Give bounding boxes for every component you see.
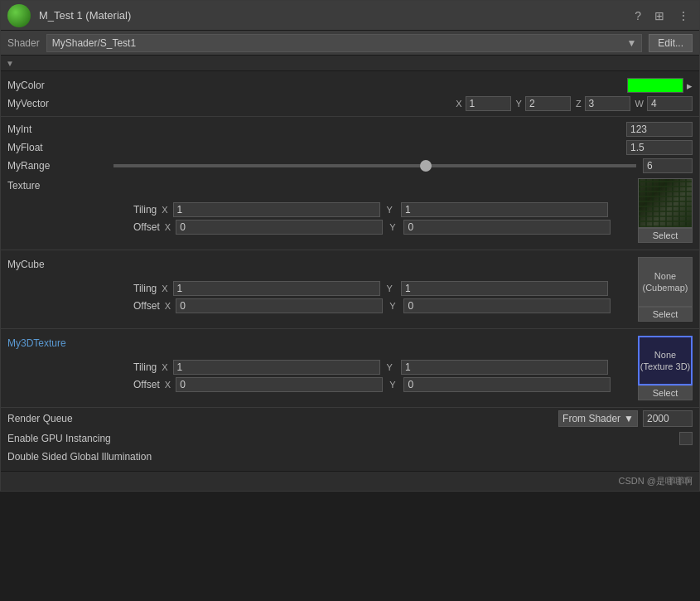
texture-thumbnail[interactable] bbox=[638, 178, 693, 228]
myint-row: MyInt bbox=[1, 120, 699, 138]
offset-x-axis: X bbox=[165, 222, 171, 232]
texture-tiling-x-input[interactable] bbox=[173, 202, 380, 217]
title-icons: ? ⊞ ⋮ bbox=[631, 7, 693, 24]
cube-tiling-y-axis: Y bbox=[387, 284, 393, 293]
myrange-slider[interactable] bbox=[113, 164, 636, 167]
window-title: M_Test 1 (Material) bbox=[39, 9, 631, 22]
myfloat-input[interactable] bbox=[626, 140, 693, 155]
texture-select-button[interactable]: Select bbox=[638, 228, 693, 243]
texture-thumb-col: Select bbox=[638, 178, 693, 243]
collapse-arrow-icon[interactable]: ▼ bbox=[6, 59, 14, 68]
shader-bar: Shader MyShader/S_Test1 ▼ Edit... bbox=[1, 31, 699, 56]
cube-tiling-x-input[interactable] bbox=[173, 281, 380, 296]
texture-image bbox=[639, 179, 692, 227]
texture-offset-y-input[interactable] bbox=[403, 220, 611, 235]
tex3d-offset-label: Offset bbox=[113, 379, 160, 390]
mycolor-row: MyColor ▸ bbox=[1, 76, 699, 95]
double-sided-label: Double Sided Global Illumination bbox=[7, 451, 693, 463]
myrange-row: MyRange bbox=[1, 157, 699, 175]
footer-text: CSDN @是哪哪啊 bbox=[619, 475, 693, 487]
tex3d-tiling-row: Tiling X Y bbox=[113, 359, 631, 376]
properties-panel: MyColor ▸ MyVector X Y Z W bbox=[1, 71, 699, 471]
render-queue-dropdown[interactable]: From Shader ▼ bbox=[558, 410, 638, 427]
tex3d-offset-y-input[interactable] bbox=[403, 377, 611, 392]
more-icon[interactable]: ⋮ bbox=[674, 7, 693, 24]
vec-x: X bbox=[456, 96, 510, 111]
tex3d-none-button[interactable]: None(Texture 3D) bbox=[638, 336, 693, 385]
tex3d-select-button[interactable]: Select bbox=[638, 385, 693, 400]
cube-none-button[interactable]: None(Cubemap) bbox=[638, 257, 693, 307]
texture-tiling-row: Tiling X Y bbox=[113, 201, 631, 218]
material-window: M_Test 1 (Material) ? ⊞ ⋮ Shader MyShade… bbox=[0, 0, 700, 492]
myrange-label: MyRange bbox=[7, 160, 107, 172]
tex3d-offset-y-axis: Y bbox=[389, 380, 395, 390]
collapse-row: ▼ bbox=[1, 56, 699, 71]
vec-w-input[interactable] bbox=[647, 96, 693, 111]
cube-offset-y-axis: Y bbox=[389, 301, 395, 311]
texture-offset-x-input[interactable] bbox=[176, 220, 383, 235]
vec-w: W bbox=[635, 96, 693, 111]
offset-label: Offset bbox=[113, 221, 160, 233]
gpu-instancing-row: Enable GPU Instancing bbox=[1, 429, 699, 448]
title-bar: M_Test 1 (Material) ? ⊞ ⋮ bbox=[1, 1, 699, 31]
range-slider-wrap bbox=[113, 164, 636, 167]
tex3d-offset-x-input[interactable] bbox=[176, 377, 383, 392]
vec-y-label: Y bbox=[516, 99, 522, 109]
texture-section: Texture Tiling X Y Offset X bbox=[1, 175, 699, 246]
vec-y-input[interactable] bbox=[525, 96, 571, 111]
cube-offset-y-input[interactable] bbox=[403, 298, 611, 313]
material-sphere-icon bbox=[7, 4, 31, 27]
mycolor-label: MyColor bbox=[7, 80, 107, 91]
cube-tiling-x-axis: X bbox=[162, 284, 167, 293]
tex3d-offset-x-axis: X bbox=[165, 380, 171, 390]
rq-dropdown-arrow-icon: ▼ bbox=[624, 413, 634, 424]
mycube-label: MyCube bbox=[7, 257, 107, 270]
shader-label: Shader bbox=[7, 37, 40, 49]
shader-dropdown[interactable]: MyShader/S_Test1 ▼ bbox=[46, 34, 643, 52]
tex3d-tiling-x-input[interactable] bbox=[173, 360, 380, 375]
cube-select-button[interactable]: Select bbox=[638, 307, 693, 322]
cube-thumb-col: None(Cubemap) Select bbox=[638, 257, 693, 322]
tex3d-tiling-x-axis: X bbox=[162, 362, 167, 372]
tex3d-header: My3DTexture Tiling X Y Offset X Y bbox=[7, 336, 693, 400]
cube-offset-x-axis: X bbox=[165, 301, 171, 311]
gpu-instancing-checkbox[interactable] bbox=[679, 432, 693, 445]
my3dtexture-section: My3DTexture Tiling X Y Offset X Y bbox=[1, 332, 699, 404]
cube-offset-x-input[interactable] bbox=[176, 298, 383, 313]
render-queue-label: Render Queue bbox=[7, 413, 558, 424]
texture-label: Texture bbox=[7, 178, 107, 191]
help-icon[interactable]: ? bbox=[631, 7, 644, 24]
myvector-row: MyVector X Y Z W bbox=[1, 95, 699, 113]
myfloat-row: MyFloat bbox=[1, 138, 699, 157]
myrange-input[interactable] bbox=[643, 158, 693, 173]
cube-offset-label: Offset bbox=[113, 300, 160, 312]
vec-z-input[interactable] bbox=[585, 96, 630, 111]
vec-z-label: Z bbox=[576, 99, 582, 109]
cube-tiling-offset: Tiling X Y Offset X Y bbox=[113, 257, 631, 315]
edit-button[interactable]: Edit... bbox=[649, 34, 693, 52]
tex3d-tiling-y-input[interactable] bbox=[401, 360, 608, 375]
color-swatch[interactable] bbox=[627, 78, 683, 93]
vec-x-input[interactable] bbox=[466, 96, 511, 111]
texture-tiling-y-input[interactable] bbox=[401, 202, 608, 217]
render-queue-input[interactable] bbox=[643, 410, 693, 427]
vec-w-label: W bbox=[635, 99, 644, 109]
myvector-label: MyVector bbox=[7, 98, 107, 109]
vec-x-label: X bbox=[456, 99, 461, 109]
cube-tiling-y-input[interactable] bbox=[401, 281, 608, 296]
tiling-y-axis: Y bbox=[387, 205, 393, 215]
tex3d-thumb-col: None(Texture 3D) Select bbox=[638, 336, 693, 400]
texture-offset-row: Offset X Y bbox=[113, 219, 631, 235]
settings-icon[interactable]: ⊞ bbox=[651, 7, 668, 24]
tiling-x-axis: X bbox=[162, 205, 167, 215]
mycube-section: MyCube Tiling X Y Offset X Y bbox=[1, 254, 699, 325]
tex3d-tiling-offset: Tiling X Y Offset X Y bbox=[113, 336, 631, 394]
cube-offset-row: Offset X Y bbox=[113, 298, 631, 314]
tex3d-offset-row: Offset X Y bbox=[113, 376, 631, 393]
double-sided-row: Double Sided Global Illumination bbox=[1, 448, 699, 466]
myint-input[interactable] bbox=[626, 122, 693, 137]
footer-bar: CSDN @是哪哪啊 bbox=[1, 471, 699, 491]
eyedropper-icon[interactable]: ▸ bbox=[687, 80, 693, 92]
render-queue-row: Render Queue From Shader ▼ bbox=[1, 407, 699, 429]
shader-value: MyShader/S_Test1 bbox=[52, 37, 136, 49]
